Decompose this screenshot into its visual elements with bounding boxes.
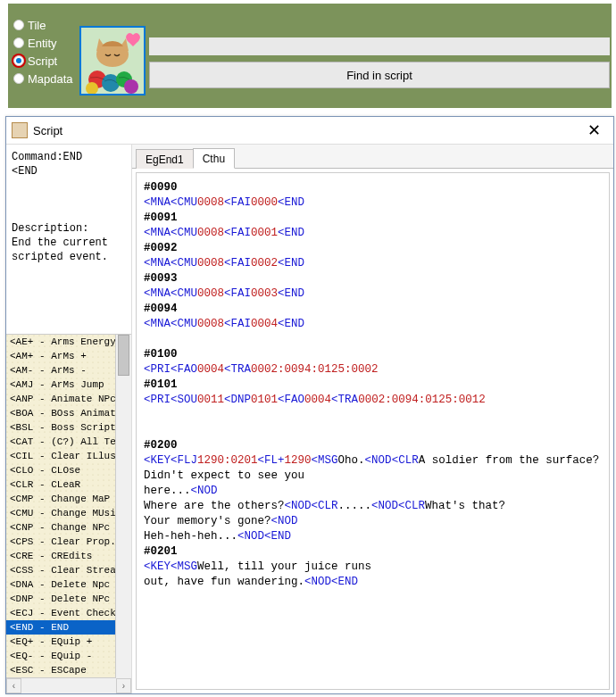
editor-top-bar: TileEntityScriptMapdata Find in script [8,4,612,108]
command-list-item[interactable]: <CMU - Change MUsic [6,506,131,520]
hscroll-right-arrow-icon[interactable]: › [116,678,131,693]
command-list-item[interactable]: <BSL - Boss Script Load [6,420,131,435]
command-list-item[interactable]: <CNP - Change NPc [6,520,131,535]
npc-thumbnail[interactable] [79,26,146,95]
mode-radio-group: TileEntityScriptMapdata [13,16,73,87]
hscroll-left-arrow-icon[interactable]: ‹ [6,678,21,693]
mode-radio-entity[interactable]: Entity [13,34,73,52]
command-list-item[interactable]: <CLO - CLOse [6,463,131,477]
command-list[interactable]: <AE+ - Arms Energy +<AM+ - ArMs +<AM- - … [6,335,131,677]
command-list-item[interactable]: <ECJ - Event Check Jump [6,606,131,620]
radio-icon [13,20,24,30]
mode-radio-tile[interactable]: Tile [13,16,73,34]
mode-radio-mapdata[interactable]: Mapdata [13,70,73,87]
radio-icon [13,73,24,84]
command-list-item[interactable]: <CSS - Clear Stream Sound [6,563,131,577]
tab-egend1[interactable]: EgEnd1 [136,149,194,169]
window-titlebar: Script ✕ [6,117,613,144]
radio-icon [13,37,24,48]
radio-label: Script [28,54,57,68]
window-icon [12,122,28,138]
radio-label: Mapdata [28,72,73,86]
close-icon[interactable]: ✕ [584,120,604,140]
command-list-item[interactable]: <EQ+ - EQuip + [6,635,131,649]
radio-label: Entity [28,37,57,50]
toolbar-strip [149,37,610,55]
command-list-vscrollbar[interactable] [115,335,131,678]
command-list-item[interactable]: <ESC - ESCape [6,663,131,677]
command-list-item[interactable]: <BOA - BOss Animation [6,406,131,420]
radio-label: Tile [28,19,46,32]
find-in-script-button[interactable]: Find in script [149,62,610,88]
find-in-script-label: Find in script [346,69,412,82]
command-list-item[interactable]: <AM- - ArMs - [6,363,131,378]
command-list-item[interactable]: <CLR - CLeaR [6,477,131,492]
window-title-text: Script [33,124,62,137]
command-list-item[interactable]: <CMP - Change MaP [6,492,131,506]
command-list-item[interactable]: <END - END [6,620,131,635]
command-list-item[interactable]: <AMJ - ArMs Jump [6,378,131,392]
command-list-item[interactable]: <CIL - Clear ILlustration [6,449,131,463]
command-list-item[interactable]: <ANP - Animate NPc [6,392,131,406]
command-list-item[interactable]: <EQ- - EQuip - [6,649,131,663]
window-body: Command:END <END Description: End the cu… [6,144,613,693]
right-column: EgEnd1Cthu #0090 <MNA<CMU0008<FAI0000<EN… [132,145,613,693]
command-info-panel: Command:END <END Description: End the cu… [6,145,131,335]
mode-radio-script[interactable]: Script [13,52,73,70]
svg-point-7 [124,79,138,94]
command-list-item[interactable]: <CPS - Clear Prop. Sound [6,535,131,549]
script-editor[interactable]: #0090 <MNA<CMU0008<FAI0000<END #0091 <MN… [136,172,610,690]
script-tabs: EgEnd1Cthu [132,145,613,169]
command-list-hscrollbar[interactable]: ‹ › [6,677,131,693]
command-list-item[interactable]: <AE+ - Arms Energy + [6,335,131,349]
radio-icon [13,55,24,66]
script-window: Script ✕ Command:END <END Description: E… [5,116,614,694]
tab-cthu[interactable]: Cthu [193,148,235,169]
command-list-item[interactable]: <DNP - Delete NPc [6,592,131,606]
command-list-item[interactable]: <DNA - Delete Npc (All) [6,577,131,592]
vscroll-thumb[interactable] [118,335,129,376]
command-list-item[interactable]: <AM+ - ArMs + [6,349,131,363]
command-list-panel: <AE+ - Arms Energy +<AM+ - ArMs +<AM- - … [6,335,131,693]
command-list-item[interactable]: <CRE - CREdits [6,549,131,563]
command-list-item[interactable]: <CAT - (C?) All Text [6,435,131,449]
left-column: Command:END <END Description: End the cu… [6,145,132,693]
